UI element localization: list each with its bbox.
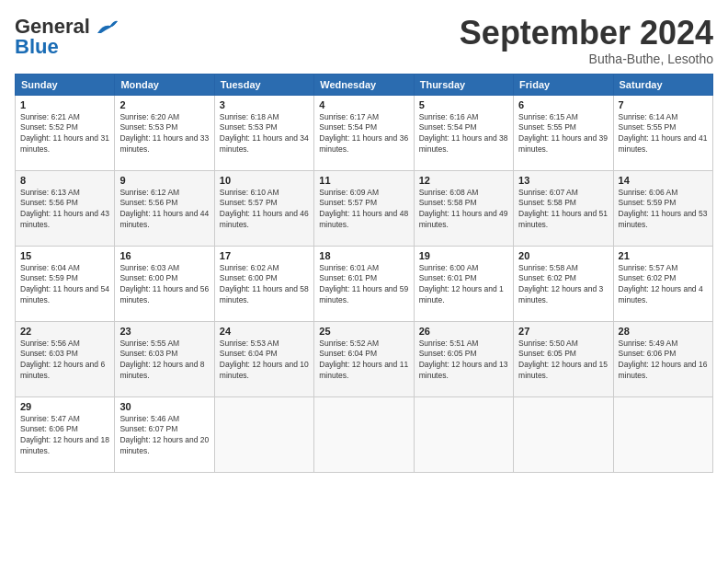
day-number: 23 xyxy=(119,326,209,337)
day-info: Sunrise: 6:10 AM Sunset: 5:57 PM Dayligh… xyxy=(220,188,309,232)
col-friday: Friday xyxy=(514,74,613,95)
col-thursday: Thursday xyxy=(414,74,513,95)
calendar-cell: 8 Sunrise: 6:13 AM Sunset: 5:56 PM Dayli… xyxy=(16,170,115,246)
day-number: 18 xyxy=(319,250,408,261)
calendar-cell: 5 Sunrise: 6:16 AM Sunset: 5:54 PM Dayli… xyxy=(414,95,513,170)
week-row-4: 22 Sunrise: 5:56 AM Sunset: 6:03 PM Dayl… xyxy=(16,321,713,396)
day-number: 14 xyxy=(619,175,708,186)
day-number: 4 xyxy=(319,99,408,110)
day-number: 5 xyxy=(419,99,508,110)
day-number: 9 xyxy=(119,175,209,186)
day-number: 22 xyxy=(20,326,109,337)
week-row-3: 15 Sunrise: 6:04 AM Sunset: 5:59 PM Dayl… xyxy=(16,246,713,321)
day-info: Sunrise: 6:06 AM Sunset: 5:59 PM Dayligh… xyxy=(619,188,708,232)
day-number: 26 xyxy=(419,326,508,337)
calendar-cell: 16 Sunrise: 6:03 AM Sunset: 6:00 PM Dayl… xyxy=(115,246,214,321)
calendar-table: Sunday Monday Tuesday Wednesday Thursday… xyxy=(15,74,713,473)
logo-blue: Blue xyxy=(15,35,59,59)
calendar-cell: 14 Sunrise: 6:06 AM Sunset: 5:59 PM Dayl… xyxy=(613,170,712,246)
day-number: 13 xyxy=(518,175,608,186)
day-number: 12 xyxy=(419,175,508,186)
day-number: 21 xyxy=(619,250,708,261)
calendar-cell: 12 Sunrise: 6:08 AM Sunset: 5:58 PM Dayl… xyxy=(414,170,513,246)
day-number: 2 xyxy=(119,99,209,110)
calendar-cell: 13 Sunrise: 6:07 AM Sunset: 5:58 PM Dayl… xyxy=(514,170,613,246)
calendar-cell: 3 Sunrise: 6:18 AM Sunset: 5:53 PM Dayli… xyxy=(214,95,313,170)
day-number: 10 xyxy=(220,175,309,186)
calendar-cell: 17 Sunrise: 6:02 AM Sunset: 6:00 PM Dayl… xyxy=(214,246,313,321)
calendar-cell: 26 Sunrise: 5:51 AM Sunset: 6:05 PM Dayl… xyxy=(414,321,513,396)
calendar-cell: 6 Sunrise: 6:15 AM Sunset: 5:55 PM Dayli… xyxy=(514,95,613,170)
day-number: 3 xyxy=(220,99,309,110)
day-info: Sunrise: 6:04 AM Sunset: 5:59 PM Dayligh… xyxy=(20,263,109,307)
day-number: 24 xyxy=(220,326,309,337)
day-info: Sunrise: 5:49 AM Sunset: 6:06 PM Dayligh… xyxy=(619,339,708,383)
day-number: 20 xyxy=(518,250,608,261)
day-info: Sunrise: 6:17 AM Sunset: 5:54 PM Dayligh… xyxy=(319,112,408,156)
calendar-cell: 4 Sunrise: 6:17 AM Sunset: 5:54 PM Dayli… xyxy=(314,95,414,170)
logo: General Blue xyxy=(15,15,119,59)
col-tuesday: Tuesday xyxy=(214,74,313,95)
day-info: Sunrise: 6:02 AM Sunset: 6:00 PM Dayligh… xyxy=(220,263,309,307)
day-number: 29 xyxy=(20,401,109,412)
month-title: September 2024 xyxy=(460,15,713,52)
calendar-cell xyxy=(314,396,414,472)
day-info: Sunrise: 5:57 AM Sunset: 6:02 PM Dayligh… xyxy=(619,263,708,307)
col-saturday: Saturday xyxy=(613,74,712,95)
calendar-cell xyxy=(514,396,613,472)
calendar-cell: 29 Sunrise: 5:47 AM Sunset: 6:06 PM Dayl… xyxy=(16,396,115,472)
calendar-cell: 22 Sunrise: 5:56 AM Sunset: 6:03 PM Dayl… xyxy=(16,321,115,396)
col-wednesday: Wednesday xyxy=(314,74,414,95)
header: General Blue September 2024 Butha-Buthe,… xyxy=(15,15,713,66)
calendar-cell xyxy=(214,396,313,472)
calendar-cell: 23 Sunrise: 5:55 AM Sunset: 6:03 PM Dayl… xyxy=(115,321,214,396)
calendar-cell: 2 Sunrise: 6:20 AM Sunset: 5:53 PM Dayli… xyxy=(115,95,214,170)
day-info: Sunrise: 6:12 AM Sunset: 5:56 PM Dayligh… xyxy=(119,188,209,232)
day-info: Sunrise: 5:56 AM Sunset: 6:03 PM Dayligh… xyxy=(20,339,109,383)
day-info: Sunrise: 6:00 AM Sunset: 6:01 PM Dayligh… xyxy=(419,263,508,307)
day-info: Sunrise: 6:01 AM Sunset: 6:01 PM Dayligh… xyxy=(319,263,408,307)
calendar-cell: 10 Sunrise: 6:10 AM Sunset: 5:57 PM Dayl… xyxy=(214,170,313,246)
day-info: Sunrise: 5:51 AM Sunset: 6:05 PM Dayligh… xyxy=(419,339,508,383)
day-number: 19 xyxy=(419,250,508,261)
day-number: 1 xyxy=(20,99,109,110)
calendar-cell: 21 Sunrise: 5:57 AM Sunset: 6:02 PM Dayl… xyxy=(613,246,712,321)
day-info: Sunrise: 5:52 AM Sunset: 6:04 PM Dayligh… xyxy=(319,339,408,383)
day-info: Sunrise: 6:07 AM Sunset: 5:58 PM Dayligh… xyxy=(518,188,608,232)
calendar-cell: 20 Sunrise: 5:58 AM Sunset: 6:02 PM Dayl… xyxy=(514,246,613,321)
day-number: 30 xyxy=(119,401,209,412)
calendar-cell: 19 Sunrise: 6:00 AM Sunset: 6:01 PM Dayl… xyxy=(414,246,513,321)
page: General Blue September 2024 Butha-Buthe,… xyxy=(0,0,728,563)
day-number: 28 xyxy=(619,326,708,337)
day-info: Sunrise: 5:55 AM Sunset: 6:03 PM Dayligh… xyxy=(119,339,209,383)
calendar-cell: 1 Sunrise: 6:21 AM Sunset: 5:52 PM Dayli… xyxy=(16,95,115,170)
day-info: Sunrise: 6:14 AM Sunset: 5:55 PM Dayligh… xyxy=(619,112,708,156)
calendar-cell: 18 Sunrise: 6:01 AM Sunset: 6:01 PM Dayl… xyxy=(314,246,414,321)
day-number: 11 xyxy=(319,175,408,186)
day-info: Sunrise: 5:46 AM Sunset: 6:07 PM Dayligh… xyxy=(119,414,209,458)
day-info: Sunrise: 6:09 AM Sunset: 5:57 PM Dayligh… xyxy=(319,188,408,232)
location-subtitle: Butha-Buthe, Lesotho xyxy=(460,52,713,66)
calendar-cell: 27 Sunrise: 5:50 AM Sunset: 6:05 PM Dayl… xyxy=(514,321,613,396)
calendar-cell xyxy=(613,396,712,472)
calendar-header-row: Sunday Monday Tuesday Wednesday Thursday… xyxy=(16,74,713,95)
calendar-cell: 25 Sunrise: 5:52 AM Sunset: 6:04 PM Dayl… xyxy=(314,321,414,396)
week-row-1: 1 Sunrise: 6:21 AM Sunset: 5:52 PM Dayli… xyxy=(16,95,713,170)
week-row-5: 29 Sunrise: 5:47 AM Sunset: 6:06 PM Dayl… xyxy=(16,396,713,472)
week-row-2: 8 Sunrise: 6:13 AM Sunset: 5:56 PM Dayli… xyxy=(16,170,713,246)
calendar-cell: 15 Sunrise: 6:04 AM Sunset: 5:59 PM Dayl… xyxy=(16,246,115,321)
calendar-cell xyxy=(414,396,513,472)
col-sunday: Sunday xyxy=(16,74,115,95)
day-number: 6 xyxy=(518,99,608,110)
day-number: 8 xyxy=(20,175,109,186)
day-number: 27 xyxy=(518,326,608,337)
calendar-cell: 9 Sunrise: 6:12 AM Sunset: 5:56 PM Dayli… xyxy=(115,170,214,246)
day-number: 7 xyxy=(619,99,708,110)
calendar-cell: 30 Sunrise: 5:46 AM Sunset: 6:07 PM Dayl… xyxy=(115,396,214,472)
calendar-cell: 7 Sunrise: 6:14 AM Sunset: 5:55 PM Dayli… xyxy=(613,95,712,170)
calendar-cell: 28 Sunrise: 5:49 AM Sunset: 6:06 PM Dayl… xyxy=(613,321,712,396)
day-info: Sunrise: 5:50 AM Sunset: 6:05 PM Dayligh… xyxy=(518,339,608,383)
day-number: 16 xyxy=(119,250,209,261)
calendar-cell: 24 Sunrise: 5:53 AM Sunset: 6:04 PM Dayl… xyxy=(214,321,313,396)
day-info: Sunrise: 5:58 AM Sunset: 6:02 PM Dayligh… xyxy=(518,263,608,307)
